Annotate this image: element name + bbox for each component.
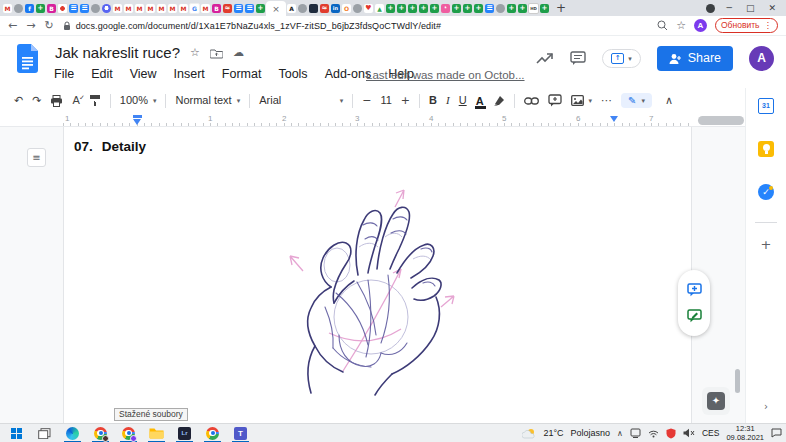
browser-tab[interactable] (319, 0, 330, 16)
browser-tab[interactable] (308, 0, 319, 16)
add-addon-button[interactable]: + (761, 237, 772, 253)
new-tab-button[interactable]: + (556, 0, 566, 16)
start-button[interactable] (8, 425, 25, 442)
calendar-icon[interactable]: 31 (758, 98, 774, 114)
suggest-edits-icon[interactable] (687, 309, 702, 323)
maximize-icon[interactable]: □ (746, 0, 755, 16)
browser-tab[interactable] (341, 0, 352, 16)
bookmark-star-icon[interactable]: ☆ (676, 16, 686, 36)
collapse-panel-icon[interactable]: › (764, 401, 768, 413)
device-icon[interactable] (630, 428, 641, 438)
browser-tab[interactable] (2, 0, 13, 16)
document-title[interactable]: Jak nakreslit ruce? (55, 43, 180, 63)
browser-tab[interactable] (222, 0, 233, 16)
browser-tab[interactable] (68, 0, 79, 16)
browser-tab[interactable] (255, 0, 266, 16)
update-button[interactable]: Обновить⋮ (715, 18, 778, 33)
browser-tab[interactable] (90, 0, 101, 16)
browser-tab[interactable] (178, 0, 189, 16)
browser-tab[interactable] (528, 0, 539, 16)
paint-format-icon[interactable] (89, 94, 101, 107)
minimize-icon[interactable]: ─ (727, 0, 732, 16)
browser-tab[interactable] (297, 0, 308, 16)
print-icon[interactable] (50, 95, 63, 107)
present-button[interactable]: ↑ ▾ (602, 49, 641, 68)
volume-muted-icon[interactable] (683, 428, 695, 438)
browser-tab[interactable] (352, 0, 363, 16)
font-size-increase[interactable]: + (401, 88, 410, 113)
browser-menu-icon[interactable]: ⋮ (764, 19, 773, 32)
browser-tab[interactable] (57, 0, 68, 16)
insert-image-button[interactable]: ▾ (571, 95, 593, 106)
taskbar-teams[interactable]: T (232, 425, 249, 442)
document-heading[interactable]: 07. Detaily (74, 138, 146, 156)
add-comment-float-icon[interactable] (687, 283, 702, 297)
menu-item[interactable]: Tools (278, 66, 307, 82)
browser-tab[interactable] (440, 0, 451, 16)
comment-icon[interactable] (570, 51, 586, 66)
share-button[interactable]: Share (657, 46, 733, 71)
browser-tab[interactable] (418, 0, 429, 16)
taskbar-edge[interactable] (64, 425, 81, 442)
browser-tab[interactable] (330, 0, 341, 16)
menu-item[interactable]: Insert (174, 66, 205, 82)
menu-item[interactable]: View (130, 66, 157, 82)
docs-logo-icon[interactable] (17, 44, 39, 73)
spellcheck-icon[interactable]: A (72, 88, 79, 113)
browser-tab[interactable] (13, 0, 24, 16)
move-folder-icon[interactable] (210, 48, 223, 59)
antivirus-shield-icon[interactable] (666, 428, 676, 439)
reload-icon[interactable]: ↻ (44, 16, 53, 36)
first-line-indent-marker[interactable] (133, 115, 142, 118)
undo-icon[interactable]: ↶ (14, 88, 23, 113)
browser-tab[interactable] (134, 0, 145, 16)
browser-tab[interactable] (46, 0, 57, 16)
zoom-select[interactable]: 100%▾ (120, 88, 157, 113)
browser-tab[interactable] (35, 0, 46, 16)
browser-tab[interactable] (473, 0, 484, 16)
browser-tab[interactable] (101, 0, 112, 16)
browser-tab[interactable] (112, 0, 123, 16)
scrollbar-top-thumb[interactable] (698, 116, 744, 125)
browser-tab[interactable] (266, 1, 286, 16)
browser-tab[interactable] (407, 0, 418, 16)
keep-icon[interactable] (758, 141, 774, 157)
chevron-down-icon[interactable]: ▾ (628, 55, 632, 63)
browser-tab[interactable] (244, 0, 255, 16)
browser-tab[interactable] (495, 0, 506, 16)
font-size-value[interactable]: 11 (380, 88, 391, 113)
font-select[interactable]: Arial▾ (259, 88, 343, 113)
paragraph-style-select[interactable]: Normal text▾ (175, 88, 240, 113)
taskbar-chrome-profile2[interactable] (120, 425, 137, 442)
taskbar-file-explorer[interactable] (148, 425, 165, 442)
browser-tab[interactable] (506, 0, 517, 16)
keyboard-language[interactable]: CES (702, 424, 719, 442)
menu-item[interactable]: File (54, 66, 74, 82)
action-center-icon[interactable] (771, 428, 782, 438)
browser-tab[interactable] (200, 0, 211, 16)
more-options-icon[interactable]: ⋯ (601, 88, 612, 113)
italic-button[interactable]: I (446, 88, 450, 113)
forward-icon[interactable]: → (26, 16, 35, 36)
insert-link-icon[interactable] (524, 97, 539, 105)
editing-mode-button[interactable]: ✎▾ (621, 93, 652, 108)
account-avatar[interactable]: A (749, 46, 774, 71)
taskbar-lightroom[interactable]: Lr (176, 425, 193, 442)
browser-tab[interactable] (429, 0, 440, 16)
browser-tab[interactable] (156, 0, 167, 16)
weather-icon[interactable] (522, 428, 536, 439)
font-size-decrease[interactable]: − (362, 88, 371, 113)
browser-tab[interactable] (211, 0, 222, 16)
browser-tab[interactable] (451, 0, 462, 16)
tasks-icon[interactable]: ✓ (758, 184, 774, 200)
menu-item[interactable]: Format (222, 66, 262, 82)
url-box[interactable]: docs.google.com/document/d/1Xa1E7bNaZu4x… (63, 16, 648, 36)
browser-tab[interactable] (539, 0, 550, 16)
taskbar-chrome[interactable] (204, 425, 221, 442)
browser-tab[interactable] (484, 0, 495, 16)
add-comment-icon[interactable] (548, 94, 562, 107)
browser-tab[interactable] (462, 0, 473, 16)
network-icon[interactable] (648, 429, 659, 438)
ruler[interactable]: 11234567 (0, 113, 745, 127)
task-view-button[interactable] (36, 425, 53, 442)
